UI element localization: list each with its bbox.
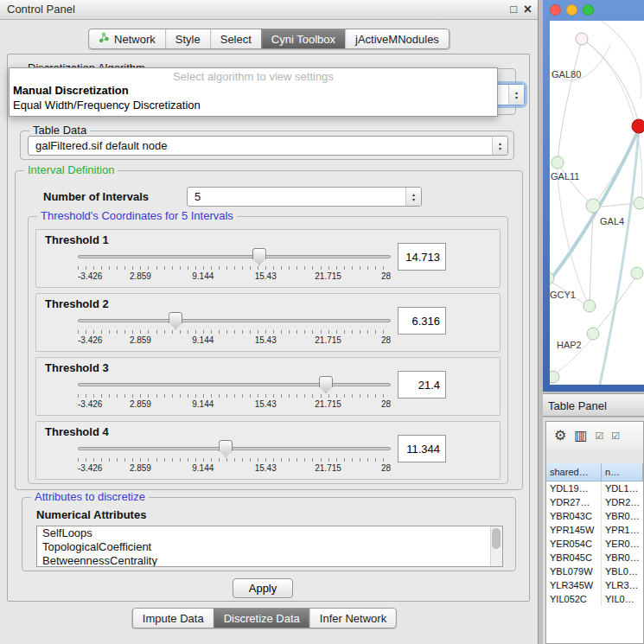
tab-infer-network[interactable]: Infer Network — [309, 609, 396, 628]
table-row[interactable]: YPR145WYPR1… — [546, 523, 643, 537]
dropdown-item-manual[interactable]: Manual Discretization — [10, 83, 497, 98]
slider-ticks — [78, 330, 391, 334]
slider-track[interactable] — [78, 447, 391, 450]
select-none-icon[interactable]: ☑ — [611, 431, 620, 441]
table-rows: YDL19…YDL1… YDR27…YDR2… YBR043CYBR0… YPR… — [546, 481, 643, 643]
slider-scale: -3.426 2.859 9.144 15.43 21.715 28 — [78, 335, 391, 346]
interval-definition-title: Interval Definition — [24, 163, 118, 176]
desktop: Control Panel □ × Network Style Select C — [0, 0, 644, 644]
tab-impute-data[interactable]: Impute Data — [133, 609, 214, 628]
table-row[interactable]: YIL052CYIL0… — [546, 592, 643, 606]
table-row[interactable]: YBR045CYBR0… — [546, 551, 643, 564]
table-row[interactable]: YER054CYER0… — [546, 537, 643, 551]
threshold-value-input[interactable] — [398, 243, 446, 271]
column-header-name[interactable]: n… — [602, 463, 643, 481]
slider-scale: -3.426 2.859 9.144 15.43 21.715 28 — [78, 463, 391, 474]
list-item[interactable]: TopologicalCoefficient — [37, 540, 502, 554]
list-item[interactable]: BetweennessCentrality — [37, 554, 502, 567]
tab-discretize-data[interactable]: Discretize Data — [214, 609, 309, 628]
table-data-combobox[interactable]: galFiltered.sif default node ▴▾ — [28, 136, 508, 156]
node-hap2[interactable] — [587, 328, 599, 340]
table-row[interactable]: YBL079WYBL0… — [546, 564, 643, 578]
number-of-intervals-combobox[interactable]: 5 ▴▾ — [187, 187, 422, 207]
threshold-row-2: Threshold 2 -3.426 2.859 9.144 15.43 21.… — [35, 293, 501, 352]
slider-ticks — [78, 394, 391, 398]
table-row[interactable]: YLR345WYLR3… — [546, 578, 643, 592]
combobox-stepper-icon[interactable]: ▴▾ — [492, 137, 507, 155]
table-row[interactable]: YDL19…YDL1… — [546, 481, 643, 495]
columns-icon[interactable]: ▥ — [574, 429, 587, 443]
gear-icon[interactable]: ⚙ — [554, 429, 566, 443]
combobox-stepper-icon[interactable]: ▴▾ — [405, 188, 421, 206]
tab-select[interactable]: Select — [210, 29, 261, 48]
node[interactable] — [583, 300, 596, 312]
cyni-panel: Discretization Algorithm ▴▾ Table Data g… — [7, 54, 530, 602]
dropdown-header: Select algorithm to view settings — [10, 70, 497, 83]
table-row[interactable]: YDR27…YDR2… — [546, 495, 643, 509]
list-scrollbar-thumb[interactable] — [492, 528, 501, 549]
window-title: Control Panel — [7, 0, 75, 19]
threshold-label: Threshold 4 — [45, 425, 109, 438]
node-gal4[interactable] — [586, 199, 600, 213]
attributes-group: Attributes to discretize Numerical Attri… — [22, 497, 516, 571]
node-selected-red[interactable] — [632, 119, 644, 133]
slider-thumb[interactable] — [169, 312, 182, 329]
thresholds-group-title: Threshold's Coordinates for 5 Intervals — [37, 209, 237, 222]
bottom-tab-bar: Impute Data Discretize Data Infer Networ… — [132, 608, 397, 628]
slider-track[interactable] — [78, 383, 391, 386]
node-gal11[interactable] — [552, 156, 564, 169]
node[interactable] — [634, 197, 644, 209]
table-panel-header[interactable]: Table Panel — [543, 393, 644, 417]
select-all-icon[interactable]: ☑ — [595, 431, 603, 441]
table-data-value: galFiltered.sif default node — [35, 139, 167, 152]
threshold-slider[interactable]: -3.426 2.859 9.144 15.43 21.715 28 — [78, 439, 391, 477]
node-label-hap2: HAP2 — [557, 340, 582, 350]
control-panel-titlebar[interactable]: Control Panel □ × — [0, 0, 538, 20]
table-row[interactable]: YBR043CYBR0… — [546, 509, 643, 523]
tab-style[interactable]: Style — [165, 29, 210, 48]
list-scrollbar[interactable] — [490, 526, 502, 566]
node-label-gal80: GAL80 — [552, 69, 581, 80]
zoom-traffic-icon[interactable] — [583, 4, 594, 16]
dropdown-item-equal-width[interactable]: Equal Width/Frequency Discretization — [10, 98, 497, 112]
combobox-stepper-icon[interactable]: ▴▾ — [508, 85, 524, 105]
close-traffic-icon[interactable] — [550, 4, 561, 16]
network-canvas[interactable]: GAL80 GAL11 GAL4 GCY1 HAP2 — [550, 21, 644, 385]
threshold-value-input[interactable] — [398, 371, 446, 399]
threshold-value-input[interactable] — [398, 307, 446, 335]
node-label-gal11: GAL11 — [551, 171, 579, 182]
apply-button[interactable]: Apply — [233, 578, 293, 598]
minimize-icon[interactable]: □ — [510, 0, 517, 19]
node[interactable] — [631, 267, 643, 279]
number-of-intervals-value: 5 — [194, 190, 201, 203]
threshold-value-input[interactable] — [398, 435, 446, 462]
slider-track[interactable] — [78, 255, 391, 258]
window-traffic-lights — [550, 4, 594, 16]
threshold-label: Threshold 1 — [45, 233, 109, 246]
close-icon[interactable]: × — [524, 0, 532, 19]
threshold-slider[interactable]: -3.426 2.859 9.144 15.43 21.715 28 — [78, 247, 391, 285]
column-header-shared-name[interactable]: shared… — [546, 463, 602, 481]
node-gal80[interactable] — [576, 33, 588, 45]
numerical-attributes-list: SelfLoops TopologicalCoefficient Between… — [36, 526, 503, 567]
tab-jactivemnodules[interactable]: jActiveMNodules — [345, 29, 449, 48]
threshold-row-3: Threshold 3 -3.426 2.859 9.144 15.43 21.… — [35, 357, 501, 416]
slider-track[interactable] — [78, 319, 391, 322]
slider-thumb[interactable] — [319, 376, 333, 393]
threshold-label: Threshold 3 — [45, 361, 109, 374]
tab-network[interactable]: Network — [89, 29, 165, 48]
node-label-gal4: GAL4 — [600, 216, 624, 226]
table-data-group: Table Data galFiltered.sif default node … — [20, 131, 514, 160]
threshold-slider[interactable]: -3.426 2.859 9.144 15.43 21.715 28 — [78, 375, 391, 413]
slider-thumb[interactable] — [219, 440, 233, 457]
network-graph: GAL80 GAL11 GAL4 GCY1 HAP2 — [550, 21, 644, 385]
slider-thumb[interactable] — [252, 248, 266, 265]
tab-cyni-toolbox[interactable]: Cyni Toolbox — [261, 29, 345, 48]
number-of-intervals-label: Number of Intervals — [43, 190, 149, 203]
minimize-traffic-icon[interactable] — [566, 4, 577, 16]
threshold-slider[interactable]: -3.426 2.859 9.144 15.43 21.715 28 — [78, 311, 391, 349]
list-item[interactable]: SelfLoops — [37, 526, 502, 540]
node[interactable] — [550, 371, 559, 383]
network-icon — [99, 32, 110, 46]
slider-scale: -3.426 2.859 9.144 15.43 21.715 28 — [78, 399, 391, 410]
